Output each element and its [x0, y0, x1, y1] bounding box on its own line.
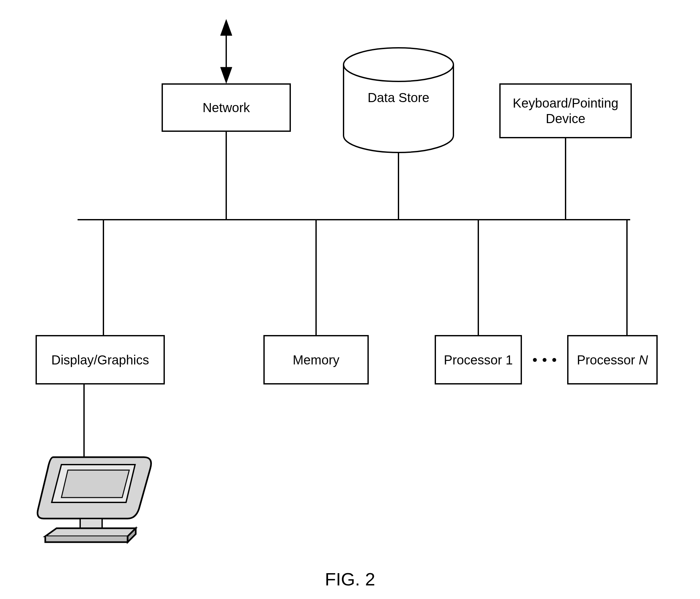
memory-label: Memory — [293, 352, 339, 368]
diagram-canvas: Network Data Store Keyboard/Pointing Dev… — [0, 0, 700, 599]
data-store-label: Data Store — [366, 90, 431, 105]
network-node: Network — [161, 83, 291, 132]
processor-n-label: Processor N — [577, 352, 648, 368]
network-label: Network — [203, 100, 250, 115]
processor-n-suffix: N — [639, 353, 648, 367]
display-graphics-node: Display/Graphics — [35, 335, 165, 385]
memory-node: Memory — [264, 335, 369, 385]
processor-1-label: Processor 1 — [444, 352, 512, 368]
svg-point-3 — [344, 48, 453, 81]
svg-marker-1 — [220, 19, 232, 35]
processor-1-node: Processor 1 — [435, 335, 522, 385]
keyboard-node: Keyboard/Pointing Device — [499, 83, 632, 138]
keyboard-label: Keyboard/Pointing Device — [503, 95, 628, 126]
processor-n-prefix: Processor — [577, 353, 639, 367]
figure-caption: FIG. 2 — [0, 569, 700, 590]
display-graphics-label: Display/Graphics — [51, 352, 149, 368]
processor-n-node: Processor N — [567, 335, 658, 385]
svg-marker-2 — [220, 67, 232, 83]
ellipsis-icon — [530, 358, 559, 362]
